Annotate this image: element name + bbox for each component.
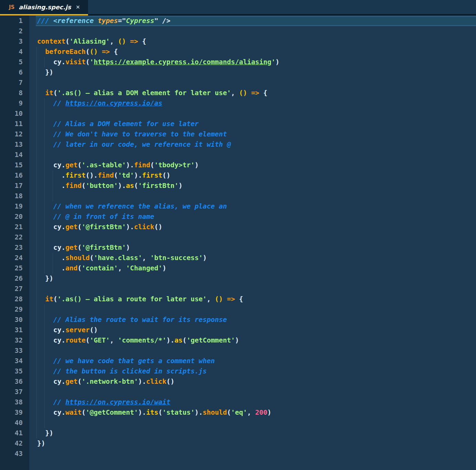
line-number: 40 [0,418,29,428]
indent-guide [36,407,37,418]
code-line[interactable]: 17 .find('button').as('firstBtn') [0,181,476,191]
indent-guide [36,346,37,356]
code-line-text: cy.route('GET', 'comments/*').as('getCom… [37,335,239,346]
indent-guide [36,356,37,366]
indent-guide [36,119,37,129]
code-line-text: it('.as() – alias a route for later use'… [37,294,243,304]
code-line-text: // https://on.cypress.io/wait [37,397,170,407]
code-line[interactable]: 38 // https://on.cypress.io/wait [0,397,476,407]
code-line[interactable]: 19 // when we reference the alias, we pl… [0,201,476,212]
line-number: 29 [0,304,29,315]
editor-pane[interactable]: 1/// <reference types="Cypress" />23cont… [0,15,476,470]
code-line[interactable]: 24 .should('have.class', 'btn-success') [0,253,476,263]
code-lines: 1/// <reference types="Cypress" />23cont… [0,16,476,459]
code-line[interactable]: 26 }) [0,273,476,284]
indent-guide [36,325,37,335]
code-line-text: // @ in front of its name [37,212,154,222]
line-number: 32 [0,335,29,346]
code-line[interactable]: 2 [0,26,476,36]
indent-guide [36,418,37,428]
indent-guide [36,212,37,222]
indent-guide [36,78,37,88]
code-line[interactable]: 34 // we have code that gets a comment w… [0,356,476,366]
line-number: 9 [0,98,29,109]
indent-guide [36,160,37,170]
code-line[interactable]: 29 [0,304,476,315]
line-number: 15 [0,160,29,170]
code-line-text: cy.get('@firstBtn').click() [37,222,162,232]
code-line-text: .find('button').as('firstBtn') [37,181,183,191]
line-number: 36 [0,377,29,387]
code-line[interactable]: 25 .and('contain', 'Changed') [0,263,476,273]
code-line[interactable]: 33 [0,346,476,356]
code-line[interactable]: 9 // https://on.cypress.io/as [0,98,476,109]
line-number: 21 [0,222,29,232]
line-number: 30 [0,315,29,325]
code-line[interactable]: 39 cy.wait('@getComment').its('status').… [0,407,476,418]
code-line[interactable]: 18 [0,191,476,201]
code-line-text: // https://on.cypress.io/as [37,98,162,109]
code-line[interactable]: 28 it('.as() – alias a route for later u… [0,294,476,304]
line-number: 5 [0,57,29,67]
indent-guide [53,191,53,201]
indent-guide [36,253,37,263]
code-line[interactable]: 30 // Alias the route to wait for its re… [0,315,476,325]
code-line[interactable]: 27 [0,284,476,294]
code-line-text: cy.get('@firstBtn') [37,243,130,253]
code-line[interactable]: 12 // We don't have to traverse to the e… [0,129,476,139]
line-number: 17 [0,181,29,191]
code-line-text: // We don't have to traverse to the elem… [37,129,227,139]
code-line[interactable]: 5 cy.visit('https://example.cypress.io/c… [0,57,476,67]
code-line[interactable]: 7 [0,78,476,88]
code-line[interactable]: 1/// <reference types="Cypress" /> [0,16,476,26]
line-number: 41 [0,428,29,438]
code-line[interactable]: 3context('Aliasing', () => { [0,36,476,47]
code-line[interactable]: 35 // the button is clicked in scripts.j… [0,366,476,377]
tab-close-icon[interactable]: ✕ [76,4,80,10]
indent-guide [44,304,45,315]
line-number: 10 [0,109,29,119]
code-line[interactable]: 11 // Alias a DOM element for use later [0,119,476,129]
line-number: 33 [0,346,29,356]
code-line[interactable]: 10 [0,109,476,119]
indent-guide [36,98,37,109]
code-line-text: // the button is clicked in scripts.js [37,366,207,377]
code-line[interactable]: 41 }) [0,428,476,438]
code-line[interactable]: 21 cy.get('@firstBtn').click() [0,222,476,232]
code-line[interactable]: 14 [0,150,476,160]
line-number: 42 [0,438,29,449]
code-line[interactable]: 20 // @ in front of its name [0,212,476,222]
code-line-text: // later in our code, we reference it wi… [37,139,231,150]
code-line[interactable]: 23 cy.get('@firstBtn') [0,243,476,253]
line-number: 24 [0,253,29,263]
indent-guide [36,109,37,119]
code-line[interactable]: 43 [0,449,476,459]
indent-guide [36,181,37,191]
tab-aliasing-spec[interactable]: JS aliasing.spec.js ✕ [0,0,88,15]
code-line[interactable]: 37 [0,387,476,397]
code-line[interactable]: 36 cy.get('.network-btn').click() [0,377,476,387]
code-line[interactable]: 16 .first().find('td').first() [0,170,476,181]
line-number: 22 [0,232,29,243]
line-number: 3 [0,36,29,47]
code-line-text: .should('have.class', 'btn-success') [37,253,207,263]
code-line[interactable]: 8 it('.as() – alias a DOM element for la… [0,88,476,98]
line-number: 14 [0,150,29,160]
line-number: 11 [0,119,29,129]
line-number: 12 [0,129,29,139]
code-line[interactable]: 13 // later in our code, we reference it… [0,139,476,150]
code-line[interactable]: 32 cy.route('GET', 'comments/*').as('get… [0,335,476,346]
indent-guide [36,57,37,67]
code-line[interactable]: 40 [0,418,476,428]
code-line[interactable]: 15 cy.get('.as-table').find('tbody>tr') [0,160,476,170]
indent-guide [44,418,45,428]
code-line[interactable]: 22 [0,232,476,243]
code-line[interactable]: 6 }) [0,67,476,78]
line-number: 38 [0,397,29,407]
indent-guide [36,335,37,346]
code-line[interactable]: 42}) [0,438,476,449]
code-line[interactable]: 31 cy.server() [0,325,476,335]
line-number: 13 [0,139,29,150]
code-line[interactable]: 4 beforeEach(() => { [0,47,476,57]
indent-guide [36,387,37,397]
